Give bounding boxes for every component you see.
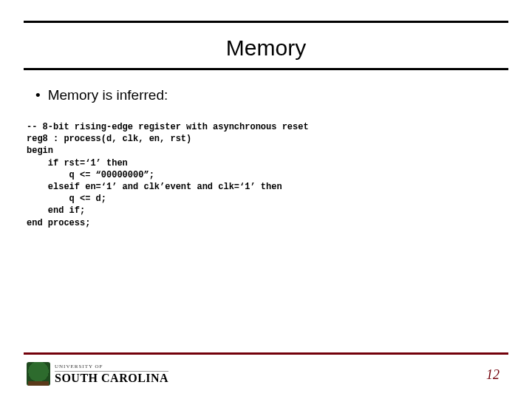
logo-tree-icon — [27, 362, 50, 386]
bullet-memory-inferred: Memory is inferred: — [35, 87, 168, 103]
slide: Memory Memory is inferred: -- 8-bit risi… — [0, 0, 532, 399]
top-rule — [24, 21, 508, 23]
logo-main-line: SOUTH CAROLINA — [55, 372, 168, 384]
title-underline-rule — [24, 68, 508, 70]
footer-rule — [24, 352, 508, 355]
logo-top-line: UNIVERSITY OF — [55, 364, 168, 372]
vhdl-code-block: -- 8-bit rising-edge register with async… — [27, 121, 309, 229]
university-logo: UNIVERSITY OF SOUTH CAROLINA — [27, 359, 197, 389]
logo-text: UNIVERSITY OF SOUTH CAROLINA — [55, 364, 168, 384]
page-number: 12 — [486, 367, 499, 383]
slide-title: Memory — [24, 35, 508, 61]
